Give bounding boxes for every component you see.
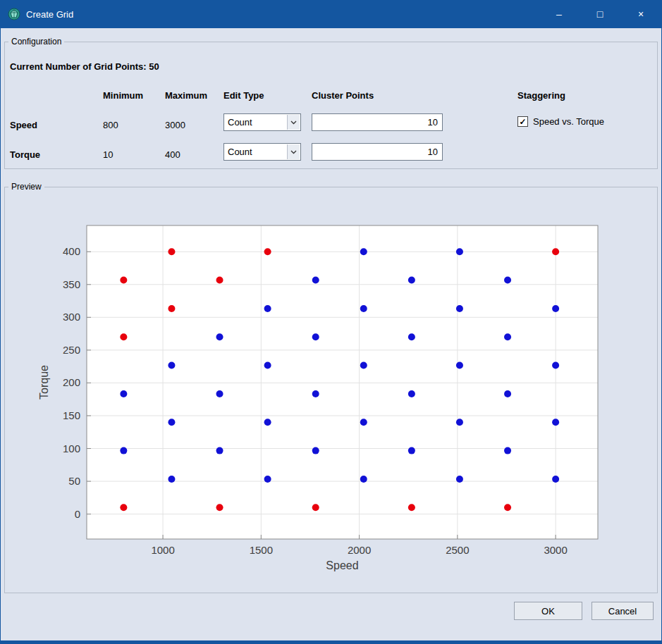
torque-minimum-value: 10 (103, 149, 113, 160)
header-staggering: Staggering (517, 90, 565, 101)
ok-button[interactable]: OK (514, 602, 582, 620)
svg-text:Speed: Speed (326, 559, 358, 571)
svg-text:150: 150 (63, 409, 80, 421)
svg-text:50: 50 (68, 475, 80, 487)
configuration-legend: Configuration (8, 37, 64, 47)
torque-maximum-value: 400 (165, 149, 180, 160)
titlebar: Create Grid – □ × (1, 0, 661, 28)
create-grid-window: Create Grid – □ × Configuration Current … (0, 0, 662, 644)
preview-legend: Preview (8, 182, 44, 192)
header-minimum: Minimum (103, 90, 143, 101)
speed-row-label: Speed (10, 120, 37, 130)
speed-cluster-points-input[interactable] (312, 113, 443, 131)
svg-text:400: 400 (63, 245, 80, 257)
staggering-checkbox-group[interactable]: ✓ Speed vs. Torque (517, 116, 604, 127)
header-cluster-points: Cluster Points (312, 90, 374, 101)
svg-text:Torque: Torque (38, 365, 50, 400)
svg-text:300: 300 (63, 311, 80, 323)
close-button[interactable]: × (620, 0, 661, 28)
header-maximum: Maximum (165, 90, 207, 101)
check-icon: ✓ (519, 118, 526, 126)
svg-text:2000: 2000 (348, 544, 371, 556)
preview-chart: 1000150020002500300005010015020025030035… (1, 211, 661, 585)
torque-row-label: Torque (10, 149, 40, 160)
torque-edit-type-dropdown[interactable]: Count (223, 143, 301, 161)
grid-points-summary: Current Number of Grid Points: 50 (10, 61, 159, 72)
app-icon (8, 8, 20, 20)
torque-edit-type-value: Count (224, 147, 252, 157)
svg-text:250: 250 (63, 344, 80, 356)
svg-text:3000: 3000 (544, 544, 567, 556)
svg-text:200: 200 (63, 376, 80, 388)
svg-text:100: 100 (63, 442, 80, 454)
svg-text:0: 0 (75, 508, 80, 520)
cancel-button[interactable]: Cancel (591, 602, 654, 620)
chevron-down-icon[interactable] (287, 115, 300, 130)
speed-maximum-value: 3000 (165, 120, 185, 130)
svg-text:350: 350 (63, 278, 80, 290)
svg-text:1000: 1000 (151, 544, 174, 556)
chevron-down-icon[interactable] (287, 144, 300, 159)
minimize-button[interactable]: – (539, 0, 580, 28)
header-edit-type: Edit Type (223, 90, 264, 101)
svg-text:1500: 1500 (250, 544, 273, 556)
speed-edit-type-value: Count (224, 117, 252, 128)
staggering-checkbox[interactable]: ✓ (517, 116, 528, 127)
torque-cluster-points-input[interactable] (312, 143, 443, 161)
svg-text:2500: 2500 (446, 544, 469, 556)
window-title: Create Grid (26, 9, 73, 20)
window-controls: – □ × (539, 0, 661, 28)
maximize-button[interactable]: □ (580, 0, 620, 28)
window-bottom-border (1, 640, 661, 644)
staggering-checkbox-label: Speed vs. Torque (533, 116, 604, 127)
speed-minimum-value: 800 (103, 120, 118, 130)
speed-edit-type-dropdown[interactable]: Count (223, 113, 301, 131)
